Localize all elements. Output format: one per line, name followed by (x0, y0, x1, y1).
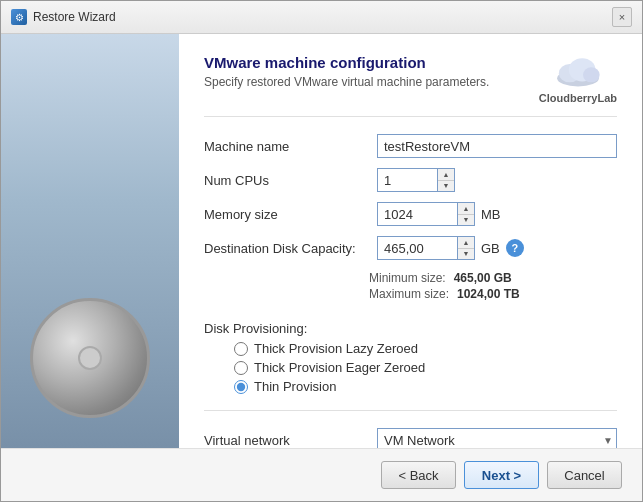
cpus-spinner: ▲ ▼ (377, 168, 455, 192)
cpus-spinner-buttons: ▲ ▼ (437, 168, 455, 192)
footer: < Back Next > Cancel (1, 448, 642, 501)
sidebar (1, 34, 179, 448)
virtual-network-select[interactable]: VM Network (377, 428, 617, 448)
max-size-row: Maximum size: 1024,00 TB (369, 287, 617, 301)
machine-name-input[interactable] (377, 134, 617, 158)
virtual-network-row: Virtual network VM Network ▼ (204, 427, 617, 448)
disk-capacity-wrapper: ▲ ▼ GB ? (377, 236, 524, 260)
disk-provisioning-label-row: Disk Provisioning: (204, 315, 617, 341)
header-text-area: VMware machine configuration Specify res… (204, 54, 489, 89)
cloudberry-label: CloudberryLab (539, 92, 617, 104)
panel-title: VMware machine configuration (204, 54, 489, 71)
num-cpus-label: Num CPUs (204, 173, 369, 188)
min-size-row: Minimum size: 465,00 GB (369, 271, 617, 285)
disk-capacity-row: Destination Disk Capacity: ▲ ▼ GB ? (204, 235, 617, 261)
machine-name-label: Machine name (204, 139, 369, 154)
cancel-button[interactable]: Cancel (547, 461, 622, 489)
radio-thick-lazy-input[interactable] (234, 342, 248, 356)
min-size-key: Minimum size: (369, 271, 446, 285)
memory-increment-button[interactable]: ▲ (458, 203, 474, 215)
size-info: Minimum size: 465,00 GB Maximum size: 10… (369, 271, 617, 301)
max-size-key: Maximum size: (369, 287, 449, 301)
max-size-value: 1024,00 TB (457, 287, 520, 301)
radio-thick-lazy[interactable]: Thick Provision Lazy Zeroed (234, 341, 617, 356)
radio-thin-label: Thin Provision (254, 379, 336, 394)
back-button[interactable]: < Back (381, 461, 456, 489)
window-title: Restore Wizard (33, 10, 116, 24)
disk-capacity-label: Destination Disk Capacity: (204, 241, 369, 256)
cpus-increment-button[interactable]: ▲ (438, 169, 454, 181)
wizard-icon: ⚙ (11, 9, 27, 25)
panel-subtitle: Specify restored VMware virtual machine … (204, 75, 489, 89)
disk-increment-button[interactable]: ▲ (458, 237, 474, 249)
num-cpus-row: Num CPUs ▲ ▼ (204, 167, 617, 193)
panel-header: VMware machine configuration Specify res… (204, 54, 617, 117)
divider (204, 410, 617, 411)
virtual-network-dropdown-wrapper: VM Network ▼ (377, 428, 617, 448)
radio-group: Thick Provision Lazy Zeroed Thick Provis… (234, 341, 617, 394)
radio-thick-lazy-label: Thick Provision Lazy Zeroed (254, 341, 418, 356)
close-button[interactable]: × (612, 7, 632, 27)
main-content: VMware machine configuration Specify res… (1, 34, 642, 448)
memory-wrapper: ▲ ▼ MB (377, 202, 501, 226)
virtual-network-label: Virtual network (204, 433, 369, 448)
memory-unit-label: MB (481, 207, 501, 222)
radio-thick-eager[interactable]: Thick Provision Eager Zeroed (234, 360, 617, 375)
memory-spinner-buttons: ▲ ▼ (457, 202, 475, 226)
right-panel: VMware machine configuration Specify res… (179, 34, 642, 448)
radio-thick-eager-label: Thick Provision Eager Zeroed (254, 360, 425, 375)
disk-decrement-button[interactable]: ▼ (458, 249, 474, 260)
disk-spinner: ▲ ▼ (377, 236, 475, 260)
title-bar-left: ⚙ Restore Wizard (11, 9, 116, 25)
cpus-decrement-button[interactable]: ▼ (438, 181, 454, 192)
num-cpus-input[interactable] (377, 168, 437, 192)
disk-spinner-buttons: ▲ ▼ (457, 236, 475, 260)
memory-size-label: Memory size (204, 207, 369, 222)
disc-graphic (30, 298, 150, 418)
next-button[interactable]: Next > (464, 461, 539, 489)
memory-decrement-button[interactable]: ▼ (458, 215, 474, 226)
form-area: Machine name Num CPUs ▲ ▼ (204, 133, 617, 448)
disk-provisioning-section: Disk Provisioning: Thick Provision Lazy … (204, 315, 617, 394)
cloudberry-svg-icon (553, 54, 603, 89)
memory-size-row: Memory size ▲ ▼ MB (204, 201, 617, 227)
disk-unit-label: GB (481, 241, 500, 256)
title-bar: ⚙ Restore Wizard × (1, 1, 642, 34)
info-icon[interactable]: ? (506, 239, 524, 257)
memory-size-input[interactable] (377, 202, 457, 226)
radio-thin[interactable]: Thin Provision (234, 379, 617, 394)
memory-spinner: ▲ ▼ (377, 202, 475, 226)
machine-name-row: Machine name (204, 133, 617, 159)
min-size-value: 465,00 GB (454, 271, 512, 285)
svg-point-3 (583, 67, 600, 82)
restore-wizard-window: ⚙ Restore Wizard × VMware machine config… (0, 0, 643, 502)
radio-thin-input[interactable] (234, 380, 248, 394)
radio-thick-eager-input[interactable] (234, 361, 248, 375)
disk-capacity-input[interactable] (377, 236, 457, 260)
disk-provisioning-label: Disk Provisioning: (204, 321, 369, 336)
cloudberry-logo: CloudberryLab (539, 54, 617, 104)
